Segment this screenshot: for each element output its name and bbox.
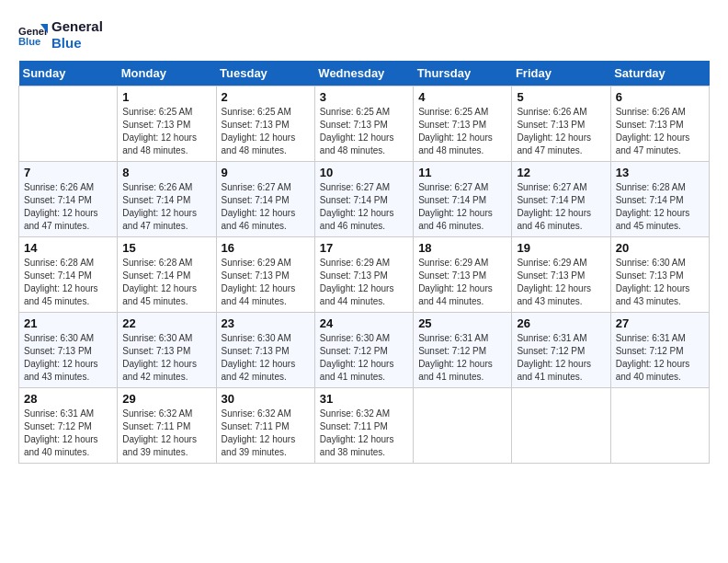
calendar-cell: 12 Sunrise: 6:27 AM Sunset: 7:14 PM Dayl… — [512, 162, 610, 237]
day-number: 28 — [24, 392, 112, 406]
day-info: Sunrise: 6:32 AM Sunset: 7:11 PM Dayligh… — [122, 408, 210, 459]
day-number: 18 — [418, 241, 506, 255]
day-info: Sunrise: 6:30 AM Sunset: 7:13 PM Dayligh… — [122, 332, 210, 384]
day-number: 23 — [222, 316, 310, 330]
day-number: 11 — [418, 166, 506, 179]
day-number: 24 — [320, 316, 408, 330]
day-info: Sunrise: 6:31 AM Sunset: 7:12 PM Dayligh… — [616, 332, 704, 384]
day-info: Sunrise: 6:25 AM Sunset: 7:13 PM Dayligh… — [222, 106, 310, 157]
calendar-cell: 20 Sunrise: 6:30 AM Sunset: 7:13 PM Dayl… — [610, 237, 709, 313]
day-number: 26 — [517, 316, 605, 330]
day-number: 6 — [616, 90, 704, 104]
day-number: 13 — [616, 166, 704, 179]
day-info: Sunrise: 6:26 AM Sunset: 7:14 PM Dayligh… — [122, 181, 210, 233]
day-info: Sunrise: 6:29 AM Sunset: 7:13 PM Dayligh… — [418, 257, 506, 308]
day-info: Sunrise: 6:27 AM Sunset: 7:14 PM Dayligh… — [418, 181, 506, 233]
day-info: Sunrise: 6:26 AM Sunset: 7:13 PM Dayligh… — [517, 106, 605, 157]
calendar-cell: 8 Sunrise: 6:26 AM Sunset: 7:14 PM Dayli… — [118, 162, 216, 237]
day-info: Sunrise: 6:30 AM Sunset: 7:12 PM Dayligh… — [320, 332, 408, 384]
weekday-saturday: Saturday — [610, 61, 709, 86]
calendar-cell: 14 Sunrise: 6:28 AM Sunset: 7:14 PM Dayl… — [19, 237, 118, 313]
weekday-sunday: Sunday — [19, 61, 118, 86]
day-number: 14 — [24, 241, 112, 255]
day-number: 25 — [418, 316, 506, 330]
calendar-cell: 5 Sunrise: 6:26 AM Sunset: 7:13 PM Dayli… — [512, 86, 610, 162]
day-number: 22 — [122, 316, 210, 330]
calendar-cell: 4 Sunrise: 6:25 AM Sunset: 7:13 PM Dayli… — [414, 86, 512, 162]
day-info: Sunrise: 6:26 AM Sunset: 7:13 PM Dayligh… — [616, 106, 704, 157]
day-info: Sunrise: 6:29 AM Sunset: 7:13 PM Dayligh… — [320, 257, 408, 308]
calendar-cell: 29 Sunrise: 6:32 AM Sunset: 7:11 PM Dayl… — [118, 388, 216, 464]
calendar-cell — [512, 388, 610, 464]
day-info: Sunrise: 6:30 AM Sunset: 7:13 PM Dayligh… — [222, 332, 310, 384]
calendar-table: SundayMondayTuesdayWednesdayThursdayFrid… — [18, 61, 710, 464]
calendar-cell — [19, 86, 118, 162]
day-info: Sunrise: 6:31 AM Sunset: 7:12 PM Dayligh… — [517, 332, 605, 384]
weekday-friday: Friday — [512, 61, 610, 86]
calendar-cell: 3 Sunrise: 6:25 AM Sunset: 7:13 PM Dayli… — [314, 86, 413, 162]
day-number: 31 — [320, 392, 408, 406]
calendar-cell: 16 Sunrise: 6:29 AM Sunset: 7:13 PM Dayl… — [216, 237, 314, 313]
day-info: Sunrise: 6:31 AM Sunset: 7:12 PM Dayligh… — [418, 332, 506, 384]
day-number: 30 — [222, 392, 310, 406]
calendar-cell: 11 Sunrise: 6:27 AM Sunset: 7:14 PM Dayl… — [414, 162, 512, 237]
logo-general: General — [51, 18, 103, 35]
weekday-thursday: Thursday — [414, 61, 512, 86]
calendar-cell: 25 Sunrise: 6:31 AM Sunset: 7:12 PM Dayl… — [414, 313, 512, 388]
calendar-cell: 24 Sunrise: 6:30 AM Sunset: 7:12 PM Dayl… — [314, 313, 413, 388]
calendar-cell: 6 Sunrise: 6:26 AM Sunset: 7:13 PM Dayli… — [610, 86, 709, 162]
week-row-2: 7 Sunrise: 6:26 AM Sunset: 7:14 PM Dayli… — [19, 162, 710, 237]
week-row-4: 21 Sunrise: 6:30 AM Sunset: 7:13 PM Dayl… — [19, 313, 710, 388]
weekday-header-row: SundayMondayTuesdayWednesdayThursdayFrid… — [19, 61, 710, 86]
logo: General Blue General Blue — [18, 18, 103, 52]
day-number: 2 — [222, 90, 310, 104]
calendar-cell: 18 Sunrise: 6:29 AM Sunset: 7:13 PM Dayl… — [414, 237, 512, 313]
day-info: Sunrise: 6:28 AM Sunset: 7:14 PM Dayligh… — [616, 181, 704, 233]
svg-text:Blue: Blue — [18, 36, 40, 47]
header: General Blue General Blue — [18, 18, 710, 52]
calendar-cell: 10 Sunrise: 6:27 AM Sunset: 7:14 PM Dayl… — [314, 162, 413, 237]
weekday-wednesday: Wednesday — [314, 61, 413, 86]
day-number: 8 — [122, 166, 210, 179]
day-number: 15 — [122, 241, 210, 255]
day-number: 4 — [418, 90, 506, 104]
calendar-cell: 17 Sunrise: 6:29 AM Sunset: 7:13 PM Dayl… — [314, 237, 413, 313]
logo-blue: Blue — [51, 35, 103, 52]
day-info: Sunrise: 6:31 AM Sunset: 7:12 PM Dayligh… — [24, 408, 112, 459]
day-number: 9 — [222, 166, 310, 179]
day-info: Sunrise: 6:26 AM Sunset: 7:14 PM Dayligh… — [24, 181, 112, 233]
day-info: Sunrise: 6:25 AM Sunset: 7:13 PM Dayligh… — [418, 106, 506, 157]
calendar-cell: 21 Sunrise: 6:30 AM Sunset: 7:13 PM Dayl… — [19, 313, 118, 388]
calendar-cell: 23 Sunrise: 6:30 AM Sunset: 7:13 PM Dayl… — [216, 313, 314, 388]
day-number: 12 — [517, 166, 605, 179]
day-number: 7 — [24, 166, 112, 179]
day-info: Sunrise: 6:32 AM Sunset: 7:11 PM Dayligh… — [320, 408, 408, 459]
calendar-cell: 22 Sunrise: 6:30 AM Sunset: 7:13 PM Dayl… — [118, 313, 216, 388]
day-info: Sunrise: 6:25 AM Sunset: 7:13 PM Dayligh… — [122, 106, 210, 157]
day-number: 21 — [24, 316, 112, 330]
day-info: Sunrise: 6:27 AM Sunset: 7:14 PM Dayligh… — [320, 181, 408, 233]
day-info: Sunrise: 6:30 AM Sunset: 7:13 PM Dayligh… — [616, 257, 704, 308]
calendar-cell — [610, 388, 709, 464]
day-number: 19 — [517, 241, 605, 255]
day-info: Sunrise: 6:28 AM Sunset: 7:14 PM Dayligh… — [122, 257, 210, 308]
day-number: 27 — [616, 316, 704, 330]
calendar-cell: 30 Sunrise: 6:32 AM Sunset: 7:11 PM Dayl… — [216, 388, 314, 464]
day-number: 17 — [320, 241, 408, 255]
day-info: Sunrise: 6:29 AM Sunset: 7:13 PM Dayligh… — [222, 257, 310, 308]
day-number: 1 — [122, 90, 210, 104]
week-row-5: 28 Sunrise: 6:31 AM Sunset: 7:12 PM Dayl… — [19, 388, 710, 464]
day-info: Sunrise: 6:30 AM Sunset: 7:13 PM Dayligh… — [24, 332, 112, 384]
day-info: Sunrise: 6:27 AM Sunset: 7:14 PM Dayligh… — [517, 181, 605, 233]
day-number: 20 — [616, 241, 704, 255]
calendar-cell: 31 Sunrise: 6:32 AM Sunset: 7:11 PM Dayl… — [314, 388, 413, 464]
calendar-cell: 2 Sunrise: 6:25 AM Sunset: 7:13 PM Dayli… — [216, 86, 314, 162]
day-number: 29 — [122, 392, 210, 406]
week-row-3: 14 Sunrise: 6:28 AM Sunset: 7:14 PM Dayl… — [19, 237, 710, 313]
calendar-cell: 9 Sunrise: 6:27 AM Sunset: 7:14 PM Dayli… — [216, 162, 314, 237]
weekday-tuesday: Tuesday — [216, 61, 314, 86]
calendar-cell: 15 Sunrise: 6:28 AM Sunset: 7:14 PM Dayl… — [118, 237, 216, 313]
calendar-cell: 19 Sunrise: 6:29 AM Sunset: 7:13 PM Dayl… — [512, 237, 610, 313]
day-info: Sunrise: 6:29 AM Sunset: 7:13 PM Dayligh… — [517, 257, 605, 308]
calendar-cell — [414, 388, 512, 464]
